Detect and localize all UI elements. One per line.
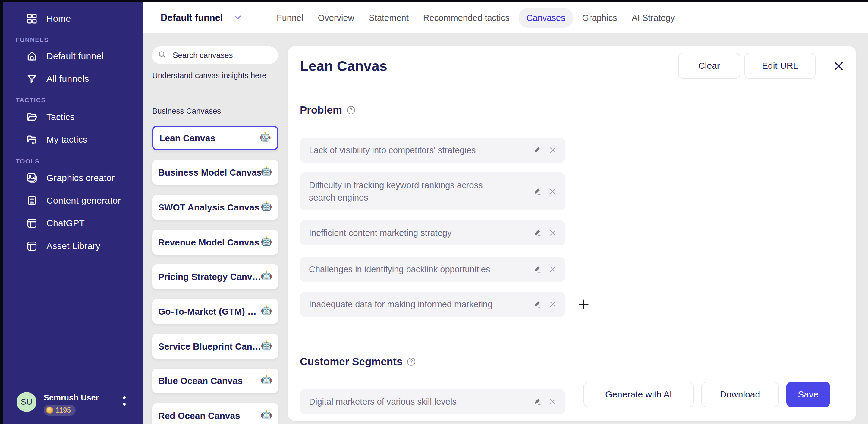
coin-icon (46, 406, 53, 414)
canvas-card-pricing-strategy[interactable]: Pricing Strategy Canv… (152, 265, 278, 289)
tab-ai-strategy[interactable]: AI Strategy (624, 13, 682, 23)
edit-pencil-icon[interactable] (532, 299, 543, 309)
window-layout-icon (26, 240, 38, 252)
robot-icon (261, 305, 272, 318)
edit-url-button[interactable]: Edit URL (744, 53, 815, 79)
add-item-button[interactable] (577, 297, 591, 311)
funnel-selector[interactable]: Default funnel (161, 2, 243, 33)
robot-icon (261, 374, 272, 387)
problem-item-text: Challenges in identifying backlink oppor… (309, 263, 490, 276)
customer-segments-heading: Customer Segments (300, 356, 402, 368)
main-tabs: Funnel Overview Statement Recommended ta… (270, 2, 682, 33)
user-panel: SU Semrush User 1195 (3, 388, 143, 424)
problem-item-text: Lack of visibility into competitors' str… (309, 144, 476, 156)
chevron-down-icon (233, 12, 243, 24)
canvas-card-revenue-model[interactable]: Revenue Model Canvas (152, 230, 278, 254)
tab-canvases[interactable]: Canvases (519, 8, 573, 28)
sidebar-item-label: Content generator (46, 195, 121, 206)
problem-item-text: Inefficient content marketing strategy (309, 227, 452, 239)
save-button[interactable]: Save (786, 382, 830, 407)
canvas-card-label: Pricing Strategy Canv… (158, 272, 261, 282)
sidebar-item-label: My tactics (46, 134, 87, 145)
generate-with-ai-button[interactable]: Generate with AI (584, 382, 694, 407)
sidebar-item-graphics-creator[interactable]: Graphics creator (3, 168, 143, 188)
sidebar-section-tools: TOOLS (16, 158, 39, 165)
canvas-card-label: Red Ocean Canvas (158, 411, 240, 421)
house-icon (26, 50, 38, 62)
sidebar-item-tactics[interactable]: Tactics (3, 107, 143, 127)
tab-recommended-tactics[interactable]: Recommended tactics (416, 13, 517, 23)
help-icon[interactable]: ? (407, 358, 415, 366)
edit-pencil-icon[interactable] (532, 186, 543, 196)
page-title: Lean Canvas (300, 58, 387, 74)
sidebar-item-label: Home (46, 13, 71, 24)
edit-pencil-icon[interactable] (532, 145, 543, 155)
window-layout-icon (26, 217, 38, 229)
problem-item: Difficulty in tracking keyword rankings … (300, 173, 565, 211)
help-icon[interactable]: ? (347, 106, 355, 114)
sidebar-item-content-generator[interactable]: Content generator (3, 190, 143, 211)
sidebar-item-home[interactable]: Home (3, 8, 143, 29)
sidebar-item-label: Default funnel (46, 51, 103, 61)
section-divider (300, 333, 575, 333)
search-input[interactable] (172, 50, 274, 60)
remove-x-icon[interactable] (548, 228, 558, 238)
search-icon (158, 50, 167, 60)
folder-open-icon (26, 111, 38, 123)
main-sidebar: Home FUNNELS Default funnel All funnels … (3, 2, 143, 424)
remove-x-icon[interactable] (548, 397, 558, 407)
customer-segment-item: Digital marketers of various skill level… (300, 389, 565, 414)
remove-x-icon[interactable] (548, 186, 558, 196)
sidebar-item-label: Graphics creator (46, 173, 115, 183)
sidebar-item-all-funnels[interactable]: All funnels (3, 68, 143, 89)
close-icon[interactable] (832, 59, 845, 73)
canvas-card-label: Service Blueprint Can… (158, 341, 261, 352)
sidebar-item-my-tactics[interactable]: MY My tactics (3, 129, 143, 150)
canvas-card-label: SWOT Analysis Canvas (158, 202, 259, 213)
canvas-card-red-ocean[interactable]: Red Ocean Canvas (152, 403, 278, 424)
user-menu-button[interactable] (121, 396, 127, 414)
remove-x-icon[interactable] (548, 299, 558, 309)
sidebar-item-label: All funnels (46, 73, 89, 84)
sidebar-item-label: Asset Library (46, 241, 100, 251)
canvas-card-service-blueprint[interactable]: Service Blueprint Can… (152, 334, 278, 359)
robot-icon (261, 201, 272, 214)
problem-item-text: Inadequate data for making informed mark… (309, 298, 493, 311)
tab-funnel[interactable]: Funnel (270, 13, 311, 23)
sidebar-item-label: Tactics (46, 112, 75, 122)
clear-button[interactable]: Clear (678, 53, 740, 79)
grid-icon (26, 13, 38, 25)
edit-pencil-icon[interactable] (532, 228, 543, 238)
credits-value: 1195 (56, 406, 71, 414)
problem-item: Challenges in identifying backlink oppor… (300, 256, 565, 282)
tab-graphics[interactable]: Graphics (575, 13, 624, 23)
robot-icon (261, 236, 272, 249)
insights-link[interactable]: here (251, 71, 267, 80)
edit-pencil-icon[interactable] (532, 397, 543, 407)
sidebar-item-chatgpt[interactable]: ChatGPT (3, 213, 143, 234)
robot-icon (261, 340, 272, 353)
tab-statement[interactable]: Statement (362, 13, 416, 23)
tab-overview[interactable]: Overview (311, 13, 362, 23)
avatar[interactable]: SU (17, 392, 36, 412)
sidebar-item-asset-library[interactable]: Asset Library (3, 236, 143, 256)
edit-pencil-icon[interactable] (532, 264, 543, 274)
remove-x-icon[interactable] (548, 145, 558, 155)
canvas-card-swot[interactable]: SWOT Analysis Canvas (152, 195, 278, 219)
sidebar-item-default-funnel[interactable]: Default funnel (3, 46, 143, 66)
remove-x-icon[interactable] (548, 264, 558, 274)
canvas-card-business-model[interactable]: Business Model Canvas (152, 160, 278, 185)
document-icon (26, 194, 38, 207)
canvas-card-gtm[interactable]: Go-To-Market (GTM) … (152, 299, 278, 324)
download-button[interactable]: Download (701, 382, 779, 407)
canvas-card-lean[interactable]: Lean Canvas (152, 126, 278, 150)
user-name: Semrush User (44, 393, 99, 402)
problem-item-text: Difficulty in tracking keyword rankings … (309, 179, 508, 204)
canvas-card-label: Go-To-Market (GTM) … (158, 306, 256, 316)
problem-heading: Problem (300, 104, 342, 116)
sidebar-section-funnels: FUNNELS (16, 36, 49, 43)
canvas-group-label: Business Canvases (152, 107, 221, 116)
canvas-card-label: Blue Ocean Canvas (158, 376, 243, 386)
funnel-icon (26, 73, 38, 85)
canvas-card-blue-ocean[interactable]: Blue Ocean Canvas (152, 368, 278, 393)
